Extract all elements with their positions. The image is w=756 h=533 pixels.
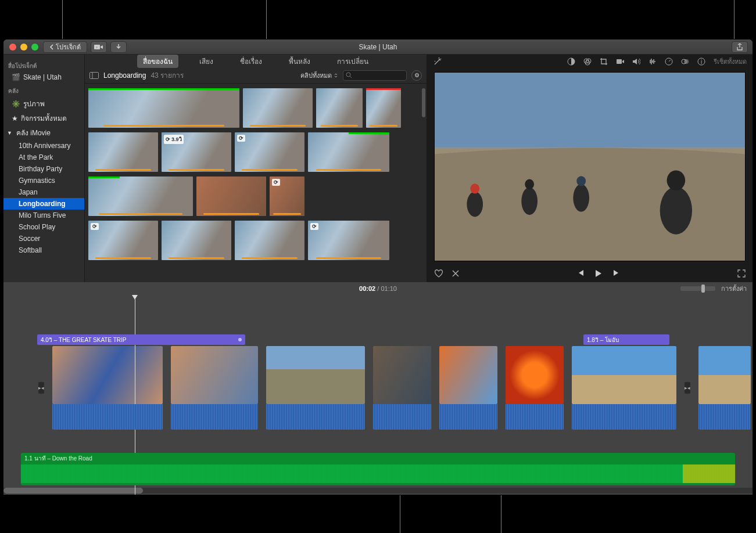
- svg-point-20: [521, 188, 538, 215]
- browser-scrollbar[interactable]: [422, 88, 425, 117]
- timeline-clip[interactable]: [266, 346, 365, 430]
- volume-icon[interactable]: [632, 58, 642, 65]
- browser-settings-button[interactable]: ⚙: [411, 70, 422, 81]
- upper-panes: สื่อโปรเจ็กต์ 🎬 Skate | Utah คลัง ✳️ รูป…: [3, 55, 753, 282]
- sidebar-label-all-events: กิจกรรมทั้งหมด: [21, 113, 67, 124]
- sidebar-heading-libraries: คลัง: [3, 83, 84, 96]
- transition-icon[interactable]: ▸◂: [685, 382, 690, 394]
- timeline-scrollbar[interactable]: [3, 488, 753, 494]
- timeline-clip[interactable]: [439, 346, 497, 430]
- sidebar-item-project[interactable]: 🎬 Skate | Utah: [3, 71, 84, 83]
- svg-point-21: [525, 179, 534, 189]
- enhance-wand-icon[interactable]: [433, 57, 442, 66]
- search-input[interactable]: [343, 70, 407, 81]
- clip-thumbnails-area[interactable]: ⟳3.9วิ ⟳ ⟳ ⟳ ⟳: [85, 84, 427, 282]
- sidebar-project-name: Skate | Utah: [23, 73, 62, 81]
- stabilization-icon[interactable]: [616, 58, 625, 65]
- next-button[interactable]: [612, 269, 621, 278]
- timeline-settings-button[interactable]: การตั้งค่า: [721, 283, 747, 294]
- color-balance-icon[interactable]: [567, 57, 576, 66]
- tab-สื่อของฉัน[interactable]: สื่อของฉัน: [137, 55, 178, 68]
- libraries-sidebar: สื่อโปรเจ็กต์ 🎬 Skate | Utah คลัง ✳️ รูป…: [3, 55, 85, 282]
- zoom-slider[interactable]: [680, 286, 715, 291]
- share-icon: [736, 43, 743, 51]
- reset-all-button[interactable]: รีเซ็ตทั้งหมด: [714, 56, 747, 67]
- app-window: โปรเจ็กต์ ♪ Skate | Utah สื่อโปรเจ็กต์ 🎬…: [3, 39, 753, 495]
- sidebar-event-item[interactable]: Longboarding: [3, 198, 84, 210]
- sidebar-toggle-icon[interactable]: [89, 72, 99, 79]
- play-button[interactable]: [595, 269, 602, 278]
- disclosure-triangle-icon[interactable]: ▼: [7, 130, 12, 136]
- crop-icon[interactable]: [600, 57, 609, 66]
- chevron-left-icon: [49, 44, 54, 50]
- media-icon: ♪: [94, 44, 103, 51]
- clip-filter-dropdown[interactable]: คลิปทั้งหมด: [300, 70, 338, 81]
- timeline-header: 00:02 / 01:10 การตั้งค่า: [3, 282, 753, 295]
- viewer-transport: [427, 265, 753, 282]
- zoom-window-button[interactable]: [31, 44, 38, 51]
- projects-label: โปรเจ็กต์: [56, 42, 81, 52]
- favorite-button[interactable]: [434, 269, 443, 278]
- clip-filter-label: คลิปทั้งหมด: [300, 70, 332, 81]
- sidebar-item-all-events[interactable]: ★ กิจกรรมทั้งหมด: [3, 111, 84, 125]
- svg-point-19: [470, 183, 479, 193]
- sidebar-event-item[interactable]: 10th Anniversary: [3, 140, 84, 152]
- sidebar-event-item[interactable]: Soccer: [3, 233, 84, 244]
- timeline-clip[interactable]: [171, 346, 258, 430]
- music-track[interactable]: 1.1 นาที – Down the Road: [21, 453, 735, 485]
- title-clip-2[interactable]: 1.8วิ – โมอับ: [583, 334, 669, 345]
- clip-duration-badge: ⟳3.9วิ: [164, 135, 184, 144]
- svg-rect-2: [90, 72, 99, 78]
- browser-toolbar: Longboarding 43 รายการ คลิปทั้งหมด ⚙: [85, 67, 427, 84]
- info-icon[interactable]: i: [697, 57, 707, 66]
- events-list: 10th AnniversaryAt the ParkBirthday Part…: [3, 140, 84, 256]
- close-window-button[interactable]: [9, 44, 16, 51]
- tab-การเปลี่ยน[interactable]: การเปลี่ยน: [331, 55, 374, 68]
- color-correction-icon[interactable]: [583, 57, 593, 66]
- sidebar-label-photos: รูปภาพ: [23, 98, 45, 109]
- timeline-clip[interactable]: [52, 346, 163, 430]
- sidebar-event-item[interactable]: At the Park: [3, 152, 84, 163]
- sidebar-event-item[interactable]: Japan: [3, 186, 84, 198]
- previous-button[interactable]: [576, 269, 585, 278]
- sidebar-item-imovie-library[interactable]: ▼ คลัง iMovie: [3, 125, 84, 140]
- projects-back-button[interactable]: โปรเจ็กต์: [43, 41, 87, 53]
- media-import-button[interactable]: ♪: [91, 41, 107, 53]
- noise-reduction-icon[interactable]: [648, 58, 658, 65]
- timeline-clip[interactable]: [698, 346, 751, 430]
- music-clip-label: 1.1 นาที – Down the Road: [24, 454, 92, 463]
- timeline-clip[interactable]: [373, 346, 431, 430]
- browser-clip-count: 43 รายการ: [151, 70, 184, 81]
- sidebar-event-item[interactable]: Softball: [3, 244, 84, 256]
- share-button[interactable]: [732, 41, 748, 53]
- sidebar-event-item[interactable]: Birthday Party: [3, 163, 84, 175]
- sidebar-event-item[interactable]: Milo Turns Five: [3, 210, 84, 221]
- svg-text:♪: ♪: [96, 45, 98, 49]
- timeline-clip[interactable]: [506, 346, 564, 430]
- sidebar-item-photos[interactable]: ✳️ รูปภาพ: [3, 96, 84, 111]
- fullscreen-button[interactable]: [737, 269, 746, 278]
- svg-line-5: [350, 77, 352, 78]
- sidebar-event-item[interactable]: School Play: [3, 221, 84, 233]
- timeline-body[interactable]: 4.0วิ – THE GREAT SKATE TRIP 1.8วิ – โมอ…: [3, 295, 753, 495]
- waveform: [21, 464, 735, 483]
- viewer-image: [435, 73, 745, 261]
- star-icon: ★: [12, 114, 18, 123]
- tab-ชื่อเรื่อง[interactable]: ชื่อเรื่อง: [234, 55, 268, 68]
- speed-icon[interactable]: [665, 57, 674, 66]
- svg-rect-10: [617, 59, 622, 64]
- timeline-clip[interactable]: [572, 346, 676, 430]
- transition-icon[interactable]: ▸◂: [38, 382, 44, 394]
- download-button[interactable]: [110, 41, 127, 53]
- sidebar-event-item[interactable]: Gymnastics: [3, 175, 84, 186]
- reject-button[interactable]: [452, 269, 460, 278]
- viewer-toolbar: i รีเซ็ตทั้งหมด: [427, 55, 753, 69]
- clip-filter-icon[interactable]: [681, 57, 690, 66]
- svg-point-4: [346, 73, 350, 77]
- svg-point-24: [660, 187, 692, 235]
- viewer-canvas[interactable]: [434, 72, 746, 261]
- title-clip-1[interactable]: 4.0วิ – THE GREAT SKATE TRIP: [37, 334, 245, 345]
- tab-พื้นหลัง[interactable]: พื้นหลัง: [283, 55, 316, 68]
- minimize-window-button[interactable]: [20, 44, 27, 51]
- tab-เสียง[interactable]: เสียง: [194, 55, 219, 68]
